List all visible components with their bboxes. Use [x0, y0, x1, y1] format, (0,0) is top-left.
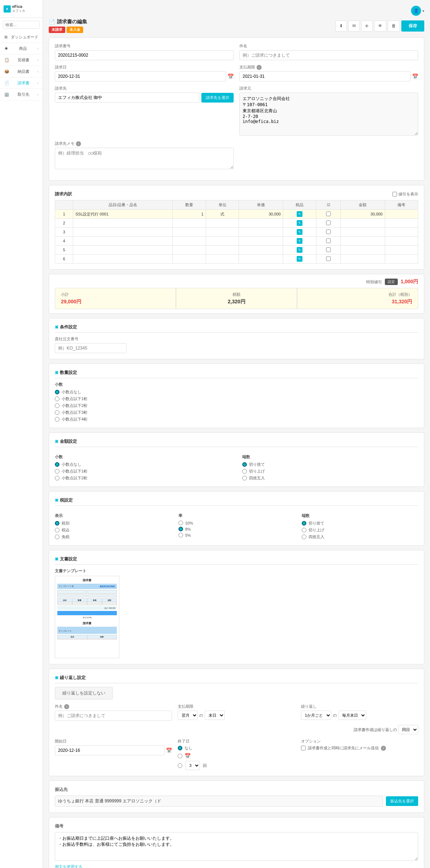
- row-checkbox-4[interactable]: [326, 238, 331, 243]
- row-check[interactable]: [316, 210, 341, 219]
- end-date-option[interactable]: 📅: [178, 753, 295, 759]
- order-number-input[interactable]: [55, 343, 126, 353]
- amount-rounding-opt-2[interactable]: 四捨五入: [242, 475, 418, 481]
- decimal-radio-0[interactable]: [55, 390, 59, 394]
- client-input[interactable]: [55, 93, 199, 103]
- client-select-button[interactable]: 請求先を選択: [201, 93, 234, 103]
- template-container[interactable]: 請求書 テンプレート名 ÆEROSONIC: [55, 576, 119, 658]
- invoice-number-input[interactable]: [55, 50, 234, 60]
- amount-decimal-radio-0[interactable]: [55, 462, 59, 467]
- sidebar-item-dashboard[interactable]: ⊞ ダッシュボード: [0, 32, 43, 43]
- subject-input[interactable]: [239, 50, 418, 60]
- tax-rounding-radio-2[interactable]: [302, 535, 306, 539]
- download-button[interactable]: ⬇: [335, 20, 347, 32]
- sidebar-item-clients[interactable]: 🏢 取引先 ›: [0, 89, 43, 100]
- tax-rate-opt-0[interactable]: 10%: [178, 521, 295, 525]
- invoice-date-input[interactable]: [55, 71, 226, 81]
- tax-display-radio-1[interactable]: [55, 528, 59, 532]
- repeat-due-month-select[interactable]: 翌月: [178, 711, 198, 720]
- end-count-select[interactable]: 3: [185, 761, 200, 770]
- tax-rounding-opt-1[interactable]: 切り上げ: [302, 527, 418, 533]
- email-button[interactable]: ✉: [348, 20, 360, 32]
- decimal-option-3[interactable]: 小数点以下3桁: [55, 410, 418, 415]
- end-none-option[interactable]: なし: [178, 745, 295, 751]
- decimal-option-0[interactable]: 小数点なし: [55, 389, 418, 395]
- tax-display-opt-2[interactable]: 免税: [55, 534, 171, 540]
- amount-rounding-radio-2[interactable]: [242, 476, 247, 480]
- tax-rounding-radio-1[interactable]: [302, 528, 306, 532]
- sidebar-item-invoices[interactable]: 📄 請求書 ›: [0, 77, 43, 89]
- amount-rounding-opt-0[interactable]: 切り捨て: [242, 462, 418, 467]
- amount-decimal-opt-1[interactable]: 小数点以下1桁: [55, 469, 231, 474]
- payment-due-info-icon[interactable]: i: [257, 65, 262, 70]
- end-none-radio[interactable]: [178, 746, 182, 750]
- end-date-calendar-icon[interactable]: 📅: [185, 753, 191, 759]
- amount-decimal-opt-0[interactable]: 小数点なし: [55, 462, 231, 467]
- delete-button[interactable]: 🗑: [388, 20, 400, 32]
- discount-set-button[interactable]: 設定: [385, 279, 398, 285]
- decimal-radio-1[interactable]: [55, 397, 59, 401]
- tax-display-opt-1[interactable]: 税込: [55, 527, 171, 533]
- user-menu[interactable]: 👤 ▾: [411, 6, 424, 16]
- decimal-option-1[interactable]: 小数点以下1桁: [55, 396, 418, 402]
- template-link[interactable]: 例文を使用する: [55, 864, 82, 868]
- tax-display-radio-2[interactable]: [55, 535, 59, 539]
- amount-decimal-radio-1[interactable]: [55, 469, 59, 474]
- end-count-radio[interactable]: [178, 763, 182, 768]
- copy-button[interactable]: ⊕: [361, 20, 373, 32]
- repeat-start-input[interactable]: [55, 745, 164, 755]
- tax-display-opt-0[interactable]: 税別: [55, 521, 171, 526]
- sidebar-item-products[interactable]: ◈ 商品 ›: [0, 43, 43, 54]
- row-tax-edit-icon[interactable]: ✎: [297, 211, 302, 217]
- row-checkbox-5[interactable]: [326, 247, 331, 252]
- row-checkbox-3[interactable]: [326, 229, 331, 234]
- repeat-creation-day-select[interactable]: 同日: [398, 725, 418, 734]
- save-button-top[interactable]: 保存: [401, 20, 424, 32]
- tax-display-radio-0[interactable]: [55, 521, 59, 526]
- amount-rounding-radio-1[interactable]: [242, 469, 247, 474]
- notes-textarea[interactable]: ・お振込期日までに上記口座へお振込をお願いいたします。 ・お振込手数料は、お客様…: [55, 832, 418, 861]
- repeat-subject-info-icon[interactable]: i: [64, 704, 69, 709]
- payment-due-input[interactable]: [239, 71, 411, 81]
- tax-rounding-opt-0[interactable]: 切り捨て: [302, 521, 418, 526]
- search-input[interactable]: [3, 21, 40, 28]
- client-memo-textarea[interactable]: [55, 148, 234, 169]
- decimal-radio-3[interactable]: [55, 410, 59, 415]
- row-checkbox-6[interactable]: [326, 256, 331, 261]
- tax-rate-radio-1[interactable]: [178, 527, 183, 531]
- decimal-radio-4[interactable]: [55, 417, 59, 422]
- row-tax-edit-icon-2[interactable]: ✎: [297, 220, 302, 226]
- row-tax-edit-icon-4[interactable]: ✎: [297, 238, 302, 244]
- decimal-radio-2[interactable]: [55, 403, 59, 408]
- repeat-day-select[interactable]: 毎月末日: [338, 711, 366, 720]
- amount-decimal-radio-2[interactable]: [55, 476, 59, 480]
- tax-rate-opt-2[interactable]: 5%: [178, 533, 295, 537]
- auto-email-info-icon[interactable]: i: [381, 746, 386, 751]
- row-tax-edit-icon-6[interactable]: ✎: [297, 256, 302, 262]
- row-checkbox[interactable]: [326, 212, 331, 216]
- decimal-option-4[interactable]: 小数点以下4桁: [55, 417, 418, 422]
- amount-rounding-opt-1[interactable]: 切り上げ: [242, 469, 418, 474]
- show-deduction-checkbox[interactable]: [392, 192, 397, 196]
- sidebar-item-estimates[interactable]: 📋 見積書 ›: [0, 54, 43, 66]
- row-checkbox-2[interactable]: [326, 220, 331, 225]
- show-deduction-label[interactable]: 値引を表示: [392, 191, 418, 197]
- tax-rounding-radio-0[interactable]: [302, 521, 306, 526]
- tax-rate-radio-0[interactable]: [178, 521, 183, 525]
- tax-rounding-opt-2[interactable]: 四捨五入: [302, 534, 418, 540]
- bank-select-button[interactable]: 振込先を選択: [386, 796, 418, 806]
- auto-email-option[interactable]: 請求書作成と同時に請求先にメール送信 i: [301, 745, 418, 751]
- row-tax-edit-icon-3[interactable]: ✎: [297, 229, 302, 235]
- preview-button[interactable]: 👁: [374, 20, 386, 32]
- row-tax-edit-icon-5[interactable]: ✎: [297, 247, 302, 253]
- tax-rate-opt-1[interactable]: 8%: [178, 527, 295, 531]
- sidebar-item-delivery[interactable]: 📦 納品書 ›: [0, 66, 43, 77]
- amount-decimal-opt-2[interactable]: 小数点以下2桁: [55, 475, 231, 481]
- end-date-radio[interactable]: [178, 754, 182, 758]
- auto-email-checkbox[interactable]: [301, 746, 306, 750]
- no-repeat-button[interactable]: 繰り返しを設定しない: [55, 687, 113, 699]
- source-textarea[interactable]: エアロソニック合同会社 〒107-0061 東京都港区北青山 2-7-20 in…: [239, 93, 418, 136]
- repeat-cycle-select[interactable]: 1か月ごと: [301, 711, 331, 720]
- amount-rounding-radio-0[interactable]: [242, 462, 247, 467]
- repeat-start-calendar-icon[interactable]: 📅: [166, 748, 172, 753]
